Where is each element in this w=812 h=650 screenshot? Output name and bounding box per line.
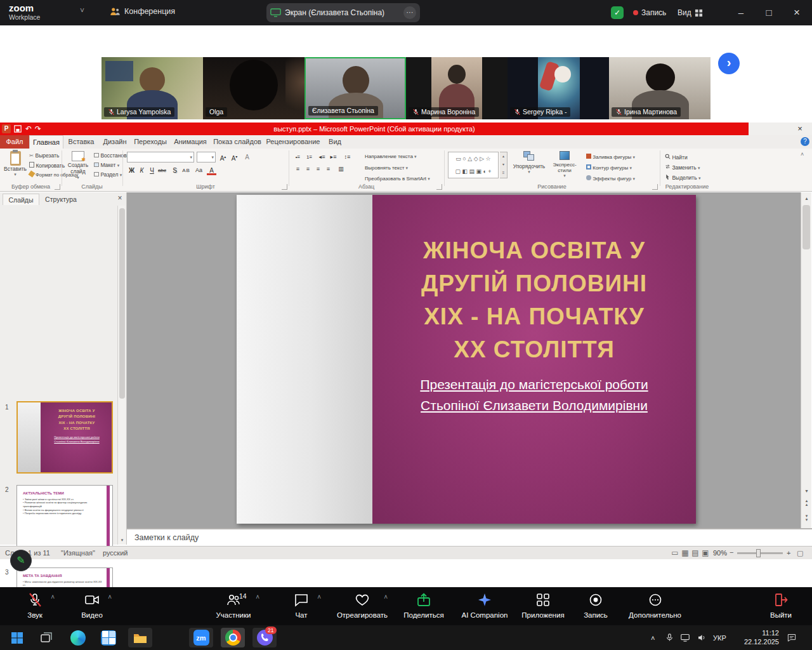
tray-clock[interactable]: 11:12 22.12.2025 (735, 625, 779, 650)
chat-chevron-icon[interactable]: ˄ (317, 594, 321, 600)
window-maximize-button[interactable]: □ (756, 0, 782, 25)
pane-tab-slides[interactable]: Слайды (3, 194, 39, 205)
slide-title[interactable]: ЖІНОЧА ОСВІТА У ДРУГІЙ ПОЛОВИНІ XIX - НА… (372, 234, 696, 366)
font-size-combobox[interactable]: ▾ (197, 152, 216, 162)
chat-button[interactable]: ˄ Чат (279, 592, 324, 619)
zoom-slider-track[interactable] (737, 552, 783, 554)
section-button[interactable]: Раздел ▾ (94, 171, 122, 178)
pane-close-button[interactable]: × (115, 194, 124, 204)
ribbon-tab-home-active[interactable]: Главная (29, 135, 63, 149)
slide-thumbnail-selected[interactable]: ЖІНОЧА ОСВІТА У ДРУГІЙ ПОЛОВИНІ XIX - НА… (16, 401, 113, 474)
audio-chevron-icon[interactable]: ˄ (51, 594, 55, 600)
ribbon-tab-insert[interactable]: Вставка (63, 135, 99, 149)
change-case-button[interactable]: Аа (194, 166, 204, 175)
character-spacing-button[interactable]: АВ (181, 166, 191, 175)
tray-mic-icon[interactable] (665, 625, 674, 650)
zoom-out-button[interactable]: − (730, 548, 733, 556)
participant-tile[interactable]: Ірина Мартинова (609, 57, 710, 119)
align-left-button[interactable]: ≡ (293, 164, 303, 174)
cut-button[interactable]: ✂ Вырезать (29, 152, 59, 159)
quick-styles-button[interactable]: Экспресс-стили ▾ (547, 151, 582, 178)
security-shield-icon[interactable]: ✓ (611, 6, 624, 19)
share-button[interactable]: Поделиться (396, 592, 451, 619)
canvas-scrollbar[interactable]: ▴ ▾ ▴▴ ▾▾ (801, 192, 811, 528)
tray-hidden-icons[interactable]: ˄ (651, 625, 655, 650)
numbering-button[interactable]: 1≡ (304, 152, 314, 162)
align-text-button[interactable]: Выровнять текст ▾ (365, 165, 408, 171)
font-name-combobox[interactable]: ▾ (127, 152, 194, 162)
view-button[interactable]: Вид (678, 8, 703, 17)
window-minimize-button[interactable]: – (728, 0, 754, 25)
normal-view-icon[interactable]: ▭ (670, 548, 680, 557)
video-button[interactable]: ˄ Видео (70, 592, 114, 619)
participants-chevron-icon[interactable]: ˄ (256, 594, 259, 600)
record-button[interactable]: Запись (574, 592, 617, 619)
task-view-button[interactable] (34, 628, 58, 647)
react-button[interactable]: ˄ Отреагировать (332, 592, 393, 619)
smartart-button[interactable]: Преобразовать в SmartArt ▾ (365, 176, 430, 182)
participant-tile[interactable]: Larysa Yampolska (102, 57, 203, 119)
tray-language[interactable]: УКР (713, 625, 726, 650)
participant-tile[interactable]: Марина Вороніна (406, 57, 508, 119)
new-slide-button[interactable]: ✱ Создать слайд ▾ (65, 151, 91, 180)
select-button[interactable]: Выделить ▾ (665, 174, 700, 181)
ribbon-tab-review[interactable]: Рецензирование (264, 135, 322, 149)
ppt-close-button[interactable]: × (789, 123, 811, 135)
tab-meeting[interactable]: Конференция (109, 6, 175, 17)
pane-scrollbar-thumb[interactable] (119, 208, 125, 399)
bold-button[interactable]: Ж (127, 166, 136, 175)
line-spacing-button[interactable]: ↕≡ (343, 152, 352, 162)
shape-fill-button[interactable]: Заливка фигуры ▾ (586, 154, 635, 160)
ribbon-tab-slideshow[interactable]: Показ слайдов (211, 135, 264, 149)
reading-view-icon[interactable]: ▤ (690, 548, 700, 557)
viber-app-icon[interactable]: 21 (252, 628, 277, 647)
ai-companion-button[interactable]: AI Companion (455, 592, 514, 619)
arrange-button[interactable]: Упорядочить ▾ (513, 151, 546, 175)
replace-button[interactable]: Заменить ▾ (665, 164, 700, 171)
video-chevron-icon[interactable]: ˄ (108, 594, 112, 600)
pane-scrollbar[interactable]: ▾ (117, 206, 126, 545)
justify-button[interactable]: ≡ (324, 164, 333, 174)
workspace-chevron-icon[interactable]: ˅ (80, 6, 84, 15)
slide-subtitle[interactable]: Презентація до магістерської роботи Стьо… (372, 374, 696, 416)
ribbon-tab-file[interactable]: Файл (0, 135, 29, 149)
ribbon-tab-view[interactable]: Вид (322, 135, 348, 149)
start-button[interactable] (5, 628, 29, 647)
columns-button[interactable]: ▥ (336, 164, 346, 174)
participant-tile-active[interactable]: Єлизавета Стьопіна (304, 57, 406, 119)
audio-button[interactable]: ˄ Звук (13, 592, 57, 619)
increase-indent-button[interactable]: ▸≡ (329, 152, 338, 162)
shapes-gallery-scroll[interactable]: ▴▾≡ (500, 152, 508, 178)
zoom-in-button[interactable]: + (787, 549, 790, 557)
clear-formatting-button[interactable]: А (242, 152, 252, 162)
paragraph-dialog-launcher[interactable] (436, 184, 442, 190)
layout-button[interactable]: Макет ▾ (94, 162, 119, 168)
ribbon-tab-design[interactable]: Дизайн (99, 135, 131, 149)
scroll-up-icon[interactable]: ▴ (802, 194, 811, 203)
status-language[interactable]: русский (103, 549, 128, 557)
italic-button[interactable]: К (137, 166, 147, 175)
font-dialog-launcher[interactable] (282, 184, 287, 190)
text-direction-button[interactable]: Направление текста ▾ (365, 154, 417, 159)
redo-icon[interactable]: ↷ (35, 123, 41, 135)
shape-outline-button[interactable]: Контур фигуры ▾ (586, 164, 632, 171)
file-explorer-icon[interactable] (128, 628, 152, 647)
apps-button[interactable]: Приложения (517, 592, 569, 619)
canvas-scrollbar-thumb[interactable] (802, 205, 810, 249)
scroll-down-icon[interactable]: ▾ (802, 486, 811, 496)
grow-font-button[interactable]: А▴ (218, 152, 228, 162)
sorter-view-icon[interactable]: ▦ (680, 548, 690, 557)
shrink-font-button[interactable]: А▾ (230, 152, 239, 162)
next-participants-button[interactable]: › (718, 53, 740, 74)
edge-browser-icon[interactable] (66, 628, 90, 647)
notes-pane[interactable]: Заметки к слайду (127, 528, 812, 546)
font-color-button[interactable]: А (207, 166, 216, 175)
shape-effects-button[interactable]: Эффекты фигур ▾ (586, 175, 635, 182)
paste-button[interactable]: Вставить ▾ (4, 151, 27, 177)
text-shadow-button[interactable]: S (170, 166, 180, 175)
underline-button[interactable]: Ч (147, 166, 157, 175)
tab-screen-share[interactable]: Экран (Єлизавета Стьопіна) ⋯ (266, 3, 420, 22)
chrome-browser-icon[interactable] (221, 628, 245, 647)
find-button[interactable]: Найти (665, 154, 688, 161)
participant-tile[interactable]: Olga (203, 57, 304, 119)
